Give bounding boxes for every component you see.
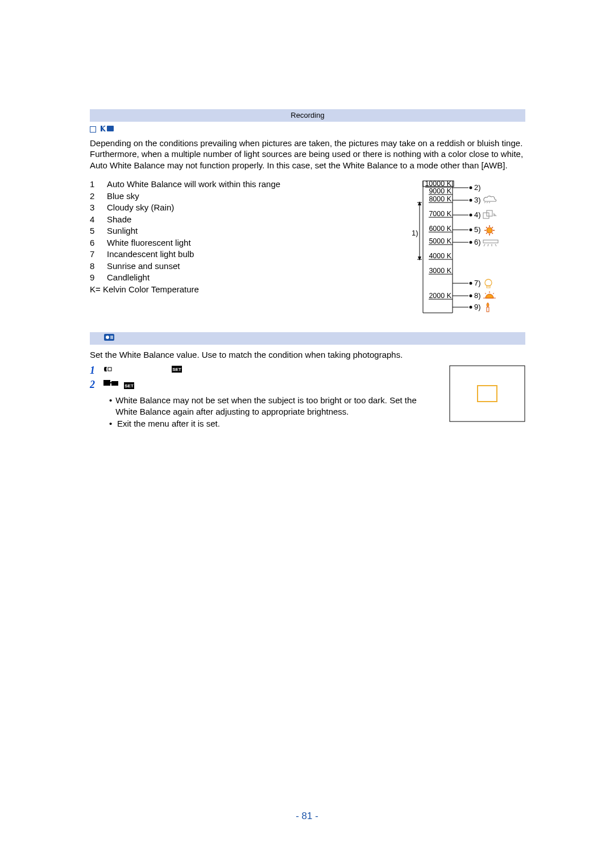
kelvin-scale-chart: 10000 K 9000 K 8000 K 7000 K 6000 K 5000… bbox=[412, 179, 520, 315]
list-label: Sunlight bbox=[107, 225, 138, 237]
list-number: 4 bbox=[90, 214, 97, 225]
svg-point-47 bbox=[485, 279, 492, 286]
callout-label: 5) bbox=[474, 225, 481, 234]
list-label: Auto White Balance will work within this… bbox=[107, 179, 280, 190]
svg-line-36 bbox=[486, 233, 487, 234]
awb-icon bbox=[99, 124, 114, 135]
svg-point-46 bbox=[470, 282, 472, 285]
equals-icon: = bbox=[96, 284, 101, 294]
cloud-icon bbox=[484, 196, 496, 203]
svg-point-58 bbox=[106, 336, 109, 339]
tick-label: 6000 K bbox=[429, 225, 451, 233]
awb-intro-text: Depending on the conditions prevailing w… bbox=[90, 138, 525, 171]
step-2: 2 SET bbox=[90, 378, 439, 392]
svg-rect-60 bbox=[108, 367, 111, 371]
list-label: White fluorescent light bbox=[107, 237, 191, 249]
svg-rect-59 bbox=[110, 336, 113, 339]
svg-point-24 bbox=[470, 214, 472, 217]
sun-icon bbox=[484, 225, 495, 235]
wb-preview-frame bbox=[449, 365, 525, 425]
list-number: 6 bbox=[90, 237, 97, 249]
bulb-icon bbox=[485, 279, 492, 288]
kelvin-prefix: K bbox=[90, 284, 96, 294]
callout-label: 7) bbox=[474, 279, 481, 287]
bullet-square-icon bbox=[90, 126, 96, 133]
step-1: 1 SET bbox=[90, 364, 439, 377]
kelvin-suffix: Kelvin Color Temperature bbox=[101, 284, 199, 294]
awb-heading bbox=[90, 124, 525, 135]
tick-label: 5000 K bbox=[429, 237, 451, 245]
list-number: 2 bbox=[90, 191, 97, 202]
svg-rect-26 bbox=[487, 210, 492, 216]
note-text: White Balance may not be set when the su… bbox=[115, 395, 439, 417]
callout-label: 6) bbox=[474, 238, 481, 246]
svg-rect-63 bbox=[103, 380, 110, 386]
list-number: 3 bbox=[90, 202, 97, 213]
list-number: 7 bbox=[90, 249, 97, 260]
note-text: Exit the menu after it is set. bbox=[117, 418, 220, 429]
manual-wb-notes: •White Balance may not be set when the s… bbox=[109, 395, 439, 429]
svg-point-55 bbox=[470, 306, 472, 309]
menu-set-icon: SET bbox=[172, 364, 182, 375]
svg-rect-64 bbox=[111, 381, 118, 386]
svg-marker-16 bbox=[418, 257, 421, 261]
svg-line-52 bbox=[485, 293, 486, 294]
callout-label: 2) bbox=[474, 183, 481, 192]
candle-icon bbox=[487, 303, 489, 312]
kelvin-note: K= Kelvin Color Temperature bbox=[90, 284, 323, 295]
callout-label: 8) bbox=[474, 291, 481, 300]
svg-point-29 bbox=[487, 228, 492, 233]
svg-point-50 bbox=[470, 295, 472, 297]
callout-label: 4) bbox=[474, 210, 481, 219]
list-label: Sunrise and sunset bbox=[107, 261, 180, 272]
tick-label: 2000 K bbox=[429, 292, 451, 300]
fluorescent-icon bbox=[483, 240, 498, 246]
step-number: 1 bbox=[90, 364, 98, 377]
bullet-dot-icon: • bbox=[109, 418, 114, 429]
tick-label: 8000 K bbox=[429, 195, 451, 203]
manual-wb-heading bbox=[90, 332, 525, 345]
list-label: Candlelight bbox=[107, 272, 150, 283]
list-number: 1 bbox=[90, 179, 97, 190]
svg-rect-67 bbox=[450, 366, 525, 421]
svg-line-37 bbox=[492, 227, 493, 228]
list-label: Shade bbox=[107, 214, 131, 225]
svg-line-53 bbox=[493, 293, 494, 294]
svg-rect-68 bbox=[478, 386, 497, 402]
tick-label: 7000 K bbox=[429, 210, 451, 218]
manual-wb-intro: Set the White Balance value. Use to matc… bbox=[90, 349, 525, 361]
step-number: 2 bbox=[90, 378, 98, 391]
shade-icon bbox=[483, 210, 497, 218]
list-label: Cloudy sky (Rain) bbox=[107, 202, 174, 213]
page-number: - 81 - bbox=[0, 810, 614, 822]
svg-line-41 bbox=[484, 244, 485, 246]
svg-point-39 bbox=[470, 241, 472, 244]
list-number: 9 bbox=[90, 272, 97, 283]
callout-label: 1) bbox=[412, 229, 418, 237]
list-number: 5 bbox=[90, 225, 97, 237]
svg-line-44 bbox=[495, 244, 496, 246]
svg-line-42 bbox=[488, 244, 488, 246]
svg-text:SET: SET bbox=[125, 383, 134, 388]
svg-marker-15 bbox=[418, 201, 421, 205]
callout-label: 3) bbox=[474, 196, 481, 204]
svg-point-22 bbox=[470, 199, 472, 202]
svg-rect-40 bbox=[483, 240, 498, 243]
svg-point-20 bbox=[470, 187, 472, 189]
list-number: 8 bbox=[90, 261, 97, 272]
svg-line-34 bbox=[486, 227, 487, 228]
camera-aim-icon bbox=[103, 378, 119, 390]
white-set-small-icon bbox=[103, 364, 113, 375]
awb-numbered-list: 1Auto White Balance will work within thi… bbox=[90, 179, 323, 283]
tick-label: 3000 K bbox=[429, 267, 451, 275]
svg-rect-25 bbox=[483, 213, 489, 218]
section-header: Recording bbox=[90, 109, 525, 122]
tick-label: 9000 K bbox=[429, 187, 451, 195]
tick-label: 10000 K bbox=[425, 180, 451, 188]
white-set-icon bbox=[103, 333, 115, 344]
callout-label: 9) bbox=[474, 303, 481, 311]
svg-text:SET: SET bbox=[172, 367, 181, 372]
list-label: Incandescent light bulb bbox=[107, 249, 194, 260]
tick-label: 4000 K bbox=[429, 252, 451, 260]
menu-set-icon: SET bbox=[124, 381, 134, 392]
